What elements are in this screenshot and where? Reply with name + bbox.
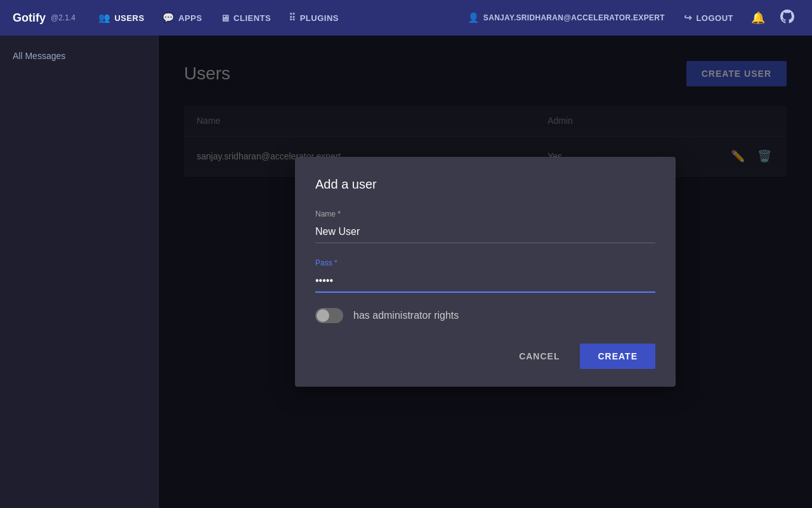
nav-clients-label: CLIENTS <box>233 13 271 23</box>
nav-item-plugins[interactable]: ⠿ PLUGINS <box>281 8 346 27</box>
main-layout: All Messages Users CREATE USER Name Admi… <box>0 36 812 508</box>
dialog-overlay: Add a user Name * Pass * has administrat… <box>159 36 812 508</box>
nav-plugins-label: PLUGINS <box>300 13 339 23</box>
user-menu[interactable]: 👤 SANJAY.SRIDHARAN@ACCELERATOR.EXPERT <box>461 8 671 27</box>
nav-item-clients[interactable]: 🖥 CLIENTS <box>213 9 279 27</box>
name-input[interactable] <box>315 224 655 243</box>
users-icon: 👥 <box>98 12 111 23</box>
apps-icon: 💬 <box>162 12 175 23</box>
topnav-right: 👤 SANJAY.SRIDHARAN@ACCELERATOR.EXPERT ↪ … <box>461 7 799 29</box>
admin-rights-toggle[interactable] <box>315 308 343 323</box>
name-form-group: Name * <box>315 210 655 243</box>
cancel-button[interactable]: CANCEL <box>509 345 570 368</box>
app-version: @2.1.4 <box>51 13 75 22</box>
user-icon: 👤 <box>468 12 480 23</box>
notification-icon[interactable]: 🔔 <box>746 8 770 27</box>
admin-rights-label: has administrator rights <box>353 310 459 321</box>
sidebar: All Messages <box>0 36 159 508</box>
nav-apps-label: APPS <box>178 13 202 23</box>
github-icon[interactable] <box>775 7 799 29</box>
dialog-title: Add a user <box>315 177 655 192</box>
brand: Gotify @2.1.4 <box>13 11 75 25</box>
logout-icon: ↪ <box>684 12 693 23</box>
add-user-dialog: Add a user Name * Pass * has administrat… <box>295 157 676 387</box>
user-email: SANJAY.SRIDHARAN@ACCELERATOR.EXPERT <box>483 13 665 22</box>
dialog-actions: CANCEL CREATE <box>315 344 655 369</box>
logout-button[interactable]: ↪ LOGOUT <box>676 8 741 27</box>
nav-item-users[interactable]: 👥 USERS <box>91 8 152 27</box>
admin-rights-row: has administrator rights <box>315 308 655 323</box>
sidebar-item-all-messages[interactable]: All Messages <box>0 43 158 69</box>
create-button[interactable]: CREATE <box>580 344 655 369</box>
pass-label: Pass * <box>315 258 655 267</box>
pass-input[interactable] <box>315 272 655 293</box>
name-label: Name * <box>315 210 655 218</box>
sidebar-all-messages-label: All Messages <box>13 51 65 61</box>
nav-users-label: USERS <box>114 13 144 23</box>
topnav: Gotify @2.1.4 👥 USERS 💬 APPS 🖥 CLIENTS ⠿… <box>0 0 812 36</box>
clients-icon: 🖥 <box>220 13 230 23</box>
plugins-icon: ⠿ <box>289 12 296 23</box>
nav-item-apps[interactable]: 💬 APPS <box>155 8 210 27</box>
content: Users CREATE USER Name Admin sanjay.srid… <box>159 36 812 508</box>
logout-label: LOGOUT <box>696 13 733 23</box>
app-name: Gotify <box>13 11 46 25</box>
nav-items: 👥 USERS 💬 APPS 🖥 CLIENTS ⠿ PLUGINS <box>91 8 346 27</box>
pass-form-group: Pass * <box>315 258 655 293</box>
